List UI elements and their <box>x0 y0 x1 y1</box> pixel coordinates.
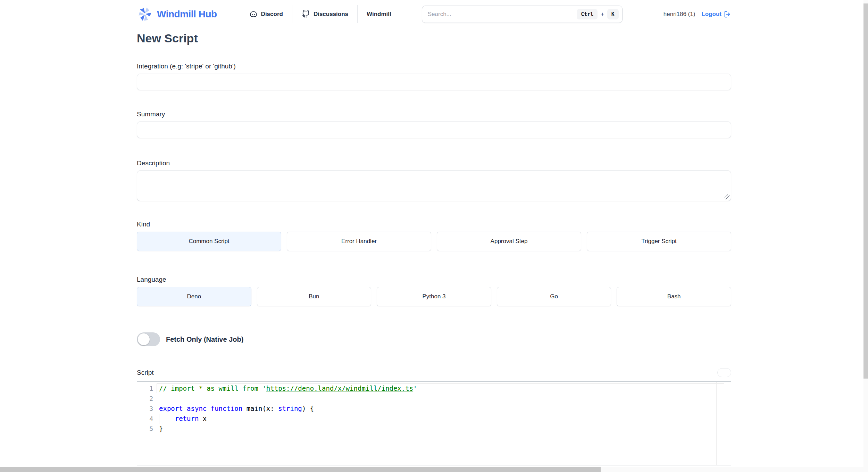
language-label: Language <box>137 275 731 284</box>
code-line-5: 5} <box>137 424 731 434</box>
description-textarea[interactable] <box>137 171 731 201</box>
main-content: New Script Integration (e.g: 'stripe' or… <box>137 31 731 465</box>
kbd-separator: + <box>601 11 604 17</box>
kbd-ctrl: Ctrl <box>577 9 598 19</box>
fetch-only-toggle[interactable] <box>137 332 160 346</box>
kind-label: Kind <box>137 220 731 229</box>
line-number: 4 <box>137 414 153 424</box>
line-number: 1 <box>137 383 153 394</box>
vertical-scrollbar-thumb[interactable] <box>863 3 868 379</box>
code-line-1: 1// import * as wmill from 'https://deno… <box>137 383 731 394</box>
nav-label-discussions: Discussions <box>314 11 348 18</box>
username-label: henri186 (1) <box>663 11 695 18</box>
nav-item-windmill[interactable]: Windmill <box>367 11 391 18</box>
logout-label: Logout <box>701 11 721 18</box>
nav-item-discord[interactable]: Discord <box>249 10 283 19</box>
language-option-bun[interactable]: Bun <box>257 287 372 306</box>
nav-label-windmill: Windmill <box>367 11 391 18</box>
language-option-go[interactable]: Go <box>497 287 611 306</box>
nav-item-discussions[interactable]: Discussions <box>301 10 348 19</box>
kind-option-approval-step[interactable]: Approval Step <box>437 232 581 251</box>
logout-button[interactable]: Logout <box>701 10 731 18</box>
kind-options: Common ScriptError HandlerApproval StepT… <box>137 232 731 251</box>
vertical-scrollbar[interactable] <box>863 0 868 472</box>
kind-option-common-script[interactable]: Common Script <box>137 232 281 251</box>
fetch-only-label: Fetch Only (Native Job) <box>166 336 243 343</box>
integration-input[interactable] <box>137 74 731 90</box>
brand-name: Windmill Hub <box>157 9 217 20</box>
github-icon <box>301 10 310 19</box>
horizontal-scrollbar[interactable] <box>0 467 868 472</box>
logout-icon <box>724 10 731 18</box>
description-label: Description <box>137 159 731 168</box>
code-line-4: 4 return x <box>137 414 731 424</box>
script-label: Script <box>137 368 154 377</box>
line-number: 2 <box>137 394 153 404</box>
discord-icon <box>249 10 258 19</box>
toggle-knob <box>138 333 150 345</box>
nav-divider <box>292 5 292 23</box>
windmill-logo-icon <box>137 6 153 22</box>
script-editor-toggle[interactable] <box>717 368 731 377</box>
brand-home-link[interactable]: Windmill Hub <box>137 6 217 22</box>
line-code: return x <box>159 414 207 424</box>
line-code: export async function main(x: string) { <box>159 404 314 414</box>
nav-label-discord: Discord <box>261 11 283 18</box>
nav-divider <box>357 5 358 23</box>
horizontal-scrollbar-thumb[interactable] <box>0 467 601 472</box>
app-header: Windmill Hub Discord Discussions Win <box>0 0 868 28</box>
code-line-2: 2 <box>137 394 731 404</box>
header-nav: Discord Discussions Windmill <box>249 5 391 23</box>
line-code: // import * as wmill from 'https://deno.… <box>159 383 417 394</box>
line-number: 3 <box>137 404 153 414</box>
language-option-python-3[interactable]: Python 3 <box>377 287 491 306</box>
kind-option-error-handler[interactable]: Error Handler <box>287 232 431 251</box>
code-line-3: 3export async function main(x: string) { <box>137 404 731 414</box>
line-number: 5 <box>137 424 153 434</box>
user-area: henri186 (1) Logout <box>663 10 731 18</box>
kbd-k: K <box>607 9 619 19</box>
language-options: DenoBunPython 3GoBash <box>137 287 731 306</box>
code-editor[interactable]: 1// import * as wmill from 'https://deno… <box>137 381 731 465</box>
summary-label: Summary <box>137 110 731 119</box>
summary-input[interactable] <box>137 122 731 138</box>
search-input[interactable] <box>428 11 577 18</box>
language-option-bash[interactable]: Bash <box>617 287 731 306</box>
integration-label: Integration (e.g: 'stripe' or 'github') <box>137 62 731 71</box>
kind-option-trigger-script[interactable]: Trigger Script <box>587 232 731 251</box>
line-code: } <box>159 424 163 434</box>
textarea-resize-handle[interactable] <box>725 194 729 199</box>
page-title: New Script <box>137 31 731 46</box>
search-box[interactable]: Ctrl + K <box>422 6 623 23</box>
language-option-deno[interactable]: Deno <box>137 287 251 306</box>
